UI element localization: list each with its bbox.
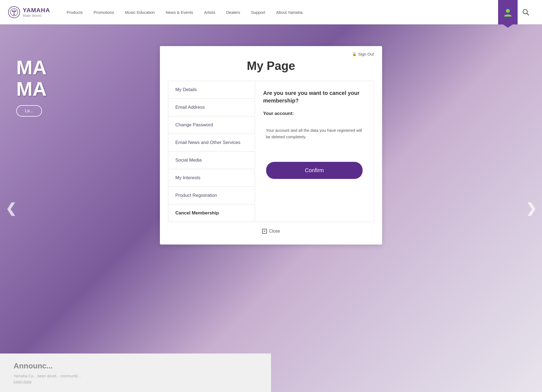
nav-music-education[interactable]: Music Education — [121, 8, 159, 17]
nav-promotions[interactable]: Promotions — [89, 8, 118, 17]
nav-artists[interactable]: Artists — [200, 8, 220, 17]
modal-overlay: 🔒 Sign Out My Page My Details Email Addr… — [0, 24, 542, 392]
sign-out-area: 🔒 Sign Out — [160, 46, 382, 56]
svg-point-1 — [12, 10, 13, 12]
cancel-question-text: Are you sure you want to cancel your mem… — [263, 89, 366, 104]
sign-out-link[interactable]: 🔒 Sign Out — [352, 52, 374, 56]
yamaha-logo-icon — [8, 6, 20, 18]
logo-text: YAMAHA Make Waves — [23, 7, 50, 18]
close-icon: ✕ — [262, 229, 267, 234]
sidebar-item-cancel-membership[interactable]: Cancel Membership — [168, 204, 255, 222]
account-label: Your account: — [263, 111, 366, 116]
sidebar-item-my-interests[interactable]: My Interests — [168, 169, 255, 187]
logo-name: YAMAHA — [23, 7, 50, 14]
site-header: YAMAHA Make Waves Products Promotions Mu… — [0, 0, 542, 24]
close-label: Close — [269, 229, 280, 234]
account-description-text: Your account and all the data you have r… — [263, 122, 366, 146]
page-content: MAMA Le... ❮ ❯ Announc... Yamaha Ca... b… — [0, 24, 542, 392]
search-icon — [522, 9, 529, 16]
sidebar-item-email-address[interactable]: Email Address — [168, 99, 255, 116]
svg-point-2 — [15, 10, 17, 12]
user-account-button[interactable] — [498, 0, 518, 24]
modal-body: My Details Email Address Change Password… — [168, 81, 374, 222]
confirm-button[interactable]: Confirm — [266, 162, 362, 179]
logo-area[interactable]: YAMAHA Make Waves — [8, 6, 51, 18]
modal-title: My Page — [160, 56, 382, 81]
nav-support[interactable]: Support — [247, 8, 270, 17]
nav-dealers[interactable]: Dealers — [222, 8, 245, 17]
sign-out-label: Sign Out — [358, 52, 374, 56]
sidebar-item-email-news[interactable]: Email News and Other Services — [168, 134, 255, 152]
user-icon — [503, 7, 513, 17]
header-right — [498, 0, 534, 24]
nav-products[interactable]: Products — [62, 8, 87, 17]
nav-about-yamaha[interactable]: About Yamaha — [272, 8, 307, 17]
sidebar-nav: My Details Email Address Change Password… — [168, 81, 255, 222]
sidebar-item-product-registration[interactable]: Product Registration — [168, 187, 255, 204]
sidebar-item-my-details[interactable]: My Details — [168, 81, 255, 99]
my-page-modal: 🔒 Sign Out My Page My Details Email Addr… — [160, 46, 382, 245]
logo-tagline: Make Waves — [23, 14, 50, 18]
lock-icon: 🔒 — [352, 52, 357, 56]
search-button[interactable] — [518, 0, 534, 24]
nav-news-events[interactable]: News & Events — [161, 8, 198, 17]
main-content-area: Are you sure you want to cancel your mem… — [255, 81, 374, 222]
svg-line-6 — [527, 13, 529, 15]
sidebar-item-social-media[interactable]: Social Media — [168, 152, 255, 169]
svg-point-3 — [14, 14, 15, 15]
sidebar-item-change-password[interactable]: Change Password — [168, 116, 255, 134]
svg-point-4 — [506, 9, 510, 13]
main-nav: Products Promotions Music Education News… — [62, 8, 498, 17]
close-link[interactable]: ✕ Close — [262, 229, 280, 234]
close-area: ✕ Close — [160, 229, 382, 234]
